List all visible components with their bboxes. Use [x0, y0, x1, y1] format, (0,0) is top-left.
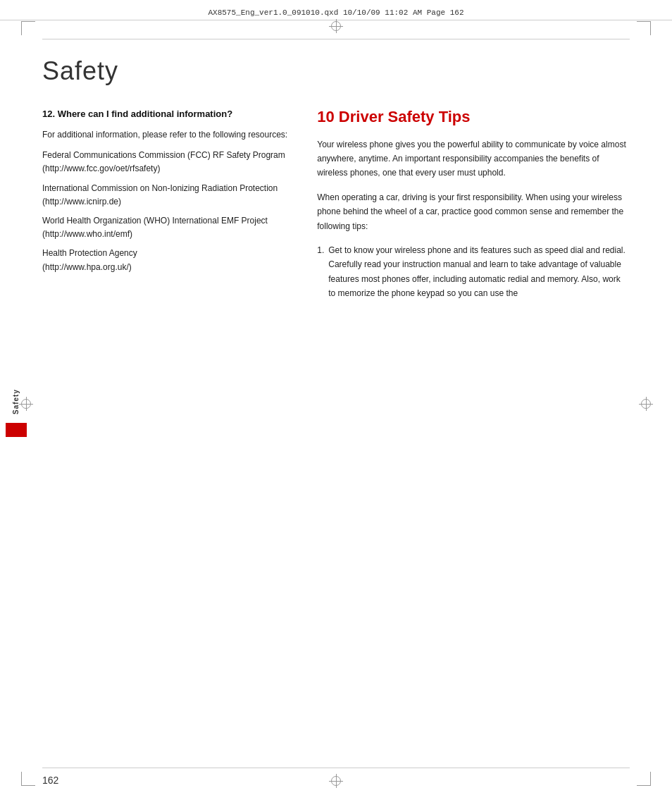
resource-who-name: World Health Organization (WHO) Internat… [42, 216, 268, 226]
left-column: 12. Where can I find additional informat… [42, 107, 289, 308]
driver-tips-heading: 10 Driver Safety Tips [317, 107, 630, 128]
driver-tips-paragraph1: Your wireless phone gives you the powerf… [317, 137, 630, 180]
tip-list: 1. Get to know your wireless phone and i… [317, 243, 630, 301]
resource-item-fcc: Federal Communications Commission (FCC) … [42, 149, 289, 175]
crop-mark-top-right [637, 21, 651, 35]
two-column-layout: 12. Where can I find additional informat… [42, 107, 630, 308]
tip-number-1: 1. [317, 243, 324, 301]
page-container: AX8575_Eng_ver1.0_091010.qxd 10/10/09 11… [0, 0, 672, 807]
reg-mark-top [331, 21, 341, 31]
crop-mark-bottom-right [637, 772, 651, 786]
resource-who-url: (http://www.who.int/emf) [42, 229, 132, 239]
tip-item-1: 1. Get to know your wireless phone and i… [317, 243, 630, 301]
sidebar-label: Safety [12, 389, 20, 414]
divider-top [42, 39, 630, 39]
resource-item-icnirp: International Commission on Non-Ionizing… [42, 182, 289, 209]
divider-bottom [42, 768, 630, 768]
resource-hpa-name: Health Protection Agency [42, 248, 137, 258]
crop-mark-bottom-left [21, 772, 35, 786]
resource-item-hpa: Health Protection Agency (http://www.hpa… [42, 247, 289, 273]
sidebar-red-bar [6, 423, 27, 437]
resource-icnirp-name: International Commission on Non-Ionizing… [42, 183, 278, 193]
resource-item-who: World Health Organization (WHO) Internat… [42, 214, 289, 241]
header-bar: AX8575_Eng_ver1.0_091010.qxd 10/10/09 11… [0, 6, 672, 20]
intro-text: For additional information, please refer… [42, 128, 289, 142]
reg-mark-bottom [331, 776, 341, 786]
main-content: Safety 12. Where can I find additional i… [42, 42, 630, 765]
sidebar-tab: Safety [6, 381, 25, 423]
page-number: 162 [42, 775, 58, 786]
tip-text-1: Get to know your wireless phone and its … [328, 243, 630, 301]
reg-mark-right [641, 399, 651, 409]
driver-tips-paragraph2: When operating a car, driving is your fi… [317, 190, 630, 233]
file-info-text: AX8575_Eng_ver1.0_091010.qxd 10/10/09 11… [208, 8, 463, 17]
right-column: 10 Driver Safety Tips Your wireless phon… [317, 107, 630, 308]
section-heading: 12. Where can I find additional informat… [42, 107, 289, 121]
crop-mark-top-left [21, 21, 35, 35]
resource-fcc-name: Federal Communications Commission (FCC) … [42, 150, 285, 160]
resource-fcc-url: (http://www.fcc.gov/oet/rfsafety) [42, 164, 160, 173]
resource-icnirp-url: (http://www.icnirp.de) [42, 197, 121, 207]
page-title: Safety [42, 56, 630, 86]
resource-hpa-url: (http://www.hpa.org.uk/) [42, 262, 132, 272]
